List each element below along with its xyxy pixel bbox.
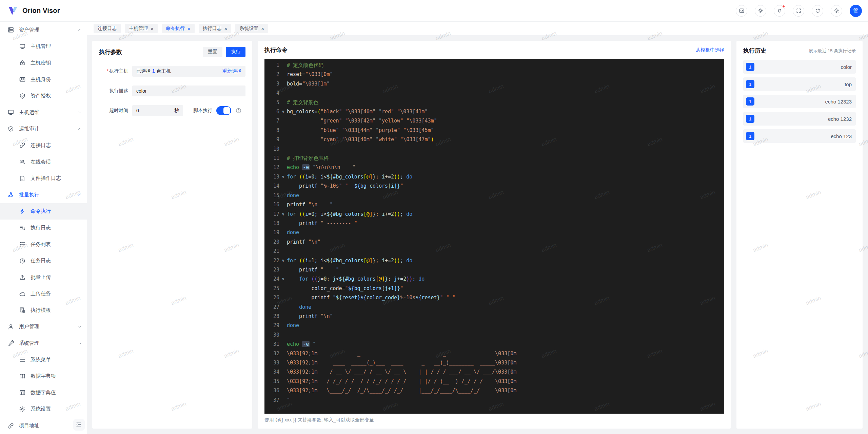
editor-line[interactable]: 20printf "\n"	[264, 238, 724, 247]
editor-line[interactable]: 12echo -e "\n\n\n\n "	[264, 163, 724, 172]
sidebar-item-online-session[interactable]: 在线会话	[0, 154, 87, 170]
editor-line[interactable]: 8 "blue" "\033[44m" "purple" "\033[45m"	[264, 126, 724, 135]
sidebar-item-system-menu[interactable]: 系统菜单	[0, 352, 87, 368]
fold-chevron-icon[interactable]: ∨	[279, 172, 287, 182]
timeout-field[interactable]: 0 秒	[132, 105, 183, 116]
sidebar-item-command-execution[interactable]: 命令执行	[0, 203, 87, 220]
help-icon[interactable]	[235, 108, 242, 114]
sidebar-item-host-key[interactable]: 主机密钥	[0, 55, 87, 71]
user-avatar[interactable]: 管	[850, 5, 862, 17]
close-tab-icon[interactable]: ×	[151, 26, 154, 31]
notifications-button[interactable]	[774, 5, 785, 17]
sidebar-item-ops-audit[interactable]: 运维审计	[0, 121, 87, 137]
fold-chevron-icon[interactable]: ∨	[279, 275, 287, 284]
editor-line[interactable]: 7 "green" "\033[42m" "yellow" "\033[43m"	[264, 116, 724, 126]
tab-command-execution[interactable]: 命令执行×	[162, 24, 195, 33]
close-tab-icon[interactable]: ×	[224, 26, 228, 31]
editor-line[interactable]: 9 "cyan" "\033[46m" "white" "\033[47m")	[264, 135, 724, 144]
code-editor[interactable]: 1# 定义颜色代码2reset="\033[0m"3bold="\033[1m"…	[264, 59, 724, 414]
editor-line[interactable]: 5# 定义背景色	[264, 98, 724, 107]
sidebar-collapse-button[interactable]	[73, 419, 85, 431]
sidebar-item-user-management[interactable]: 用户管理	[0, 319, 87, 335]
editor-line[interactable]: 33\033[92;1m ____ _____(_)___ ____ _ __(…	[264, 358, 724, 367]
sidebar-item-asset-authorization[interactable]: 资产授权	[0, 88, 87, 104]
fold-chevron-icon[interactable]: ∨	[279, 210, 287, 219]
sidebar-item-connection-log[interactable]: 连接日志	[0, 137, 87, 154]
editor-line[interactable]: 26 printf "${reset}${color_code}%-10s${r…	[264, 293, 724, 302]
editor-line[interactable]: 21	[264, 247, 724, 256]
sidebar-item-batch-upload[interactable]: 批量上传	[0, 269, 87, 286]
settings-button[interactable]	[831, 5, 842, 17]
reselect-link[interactable]: 重新选择	[222, 68, 241, 74]
editor-line[interactable]: 17∨for ((i=0; i<${#bg_colors[@]}; i+=2))…	[264, 210, 724, 219]
editor-line[interactable]: 25 color_code="${bg_colors[j+1]}"	[264, 284, 724, 293]
host-selector-field[interactable]: 已选择1台主机 重新选择	[132, 66, 245, 77]
editor-line[interactable]: 31echo -e "	[264, 340, 724, 349]
editor-line[interactable]: 18 printf " -------- "	[264, 219, 724, 228]
sidebar-item-asset-management[interactable]: 资产管理	[0, 22, 87, 38]
sidebar-item-task-list[interactable]: 任务列表	[0, 236, 87, 253]
editor-line[interactable]: 1# 定义颜色代码	[264, 61, 724, 70]
theme-toggle-button[interactable]	[755, 5, 766, 17]
editor-line[interactable]: 30	[264, 331, 724, 340]
editor-line[interactable]: 37"	[264, 396, 724, 405]
refresh-button[interactable]	[812, 5, 823, 17]
description-input[interactable]	[132, 86, 245, 96]
script-exec-toggle[interactable]	[216, 106, 231, 115]
editor-line[interactable]: 6∨bg_colors=("black" "\033[40m" "red" "\…	[264, 107, 724, 116]
editor-line[interactable]: 27 done	[264, 303, 724, 312]
editor-line[interactable]: 32\033[92;1m _ _ \033[0m	[264, 349, 724, 358]
editor-line[interactable]: 3bold="\033[1m"	[264, 79, 724, 89]
history-command-text: echo 12323	[825, 99, 852, 105]
editor-line[interactable]: 15done	[264, 191, 724, 200]
chevron-up-icon	[77, 341, 82, 346]
reset-button[interactable]: 重置	[203, 47, 222, 57]
sidebar-item-host-management[interactable]: 主机管理	[0, 38, 87, 55]
editor-line[interactable]: 35\033[92;1m / /_/ / / / / /_/ / / / / |…	[264, 377, 724, 386]
sidebar-item-execution-log[interactable]: 执行日志	[0, 220, 87, 236]
editor-line[interactable]: 2reset="\033[0m"	[264, 70, 724, 79]
editor-line[interactable]: 11# 打印背景色表格	[264, 154, 724, 163]
fold-chevron-icon[interactable]: ∨	[279, 107, 287, 116]
editor-line[interactable]: 14 printf "%-10s" " ${bg_colors[i]}"	[264, 182, 724, 191]
editor-line[interactable]: 24∨ for ((j=0; j<${#bg_colors[@]}; j+=2)…	[264, 275, 724, 284]
run-button[interactable]: 执行	[226, 47, 245, 57]
code-preview-button[interactable]	[736, 5, 747, 17]
sidebar-item-batch-execution[interactable]: 批量执行	[0, 187, 87, 203]
sidebar-item-host-ops[interactable]: 主机运维	[0, 104, 87, 121]
tab-execution-log[interactable]: 执行日志×	[199, 24, 232, 33]
sidebar-item-upload-task[interactable]: 上传任务	[0, 286, 87, 302]
history-item[interactable]: 1echo 1232	[743, 112, 856, 126]
editor-line[interactable]: 4	[264, 89, 724, 98]
editor-line[interactable]: 16printf "\n "	[264, 200, 724, 209]
history-item[interactable]: 1top	[743, 77, 856, 91]
fullscreen-button[interactable]	[793, 5, 804, 17]
history-item[interactable]: 1echo 123	[743, 129, 856, 143]
editor-line[interactable]: 23 printf " "	[264, 265, 724, 275]
tab-connection-log[interactable]: 连接日志	[94, 24, 121, 33]
editor-line[interactable]: 28 printf "\n"	[264, 312, 724, 321]
editor-line[interactable]: 13∨for ((i=0; i<${#bg_colors[@]}; i+=2))…	[264, 172, 724, 182]
sidebar-item-task-log[interactable]: 任务日志	[0, 252, 87, 269]
history-item[interactable]: 1echo 12323	[743, 95, 856, 108]
editor-line[interactable]: 19done	[264, 228, 724, 237]
fold-chevron-icon[interactable]: ∨	[279, 256, 287, 265]
editor-line[interactable]: 34\033[92;1m / __ \/ ___/ / __ \/ __ \ |…	[264, 367, 724, 377]
editor-line[interactable]: 22∨for ((i=1; i<${#bg_colors[@]}; i+=2))…	[264, 256, 724, 265]
sidebar-item-execution-template[interactable]: 执行模板	[0, 302, 87, 319]
sidebar-item-file-operation-log[interactable]: 文件操作日志	[0, 170, 87, 187]
sidebar-item-host-identity[interactable]: 主机身份	[0, 71, 87, 88]
close-tab-icon[interactable]: ×	[188, 26, 191, 31]
tab-host-management[interactable]: 主机管理×	[125, 24, 158, 33]
editor-line[interactable]: 36\033[92;1m \____/_/ /_/\____/_/ /_/ |_…	[264, 386, 724, 395]
close-tab-icon[interactable]: ×	[261, 26, 264, 31]
sidebar-item-dict-key[interactable]: 数据字典项	[0, 368, 87, 384]
sidebar-item-system-setting[interactable]: 系统设置	[0, 401, 87, 418]
choose-template-link[interactable]: 从模板中选择	[696, 47, 724, 53]
tab-system-setting[interactable]: 系统设置×	[235, 24, 268, 33]
editor-line[interactable]: 29done	[264, 321, 724, 330]
sidebar-item-dict-value[interactable]: 数据字典值	[0, 384, 87, 401]
editor-line[interactable]: 10	[264, 145, 724, 154]
history-item[interactable]: 1color	[743, 60, 856, 74]
sidebar-item-system-management[interactable]: 系统管理	[0, 335, 87, 352]
